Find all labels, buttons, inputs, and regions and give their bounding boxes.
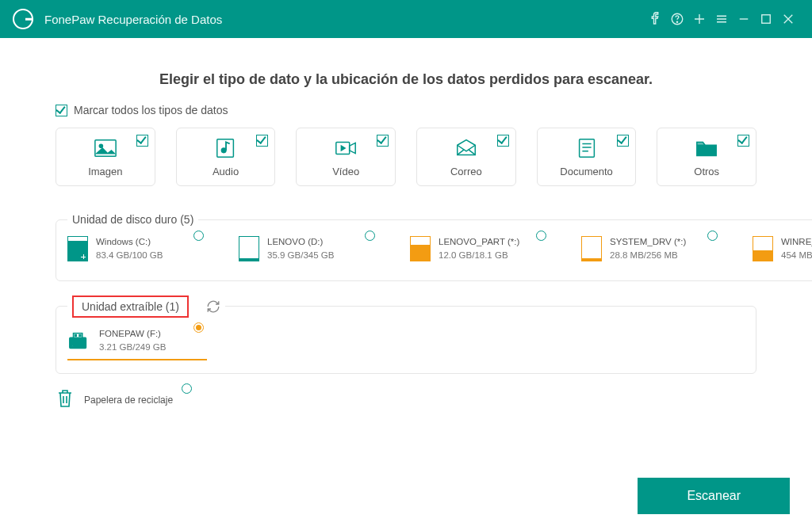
drive-part[interactable]: LENOVO_PART (*:) 12.0 GB/18.1 GB: [410, 235, 550, 268]
svg-rect-12: [79, 334, 81, 336]
type-card-image[interactable]: Imagen: [56, 128, 155, 186]
disk-icon: [753, 236, 773, 261]
titlebar: FonePaw Recuperación de Datos: [0, 0, 812, 38]
type-card-mail[interactable]: Correo: [416, 128, 516, 186]
mail-icon: [454, 137, 478, 162]
recycle-bin-option[interactable]: Papelera de reciclaje: [56, 388, 195, 412]
drive-radio[interactable]: [707, 231, 718, 241]
svg-point-1: [676, 21, 677, 22]
check-all-row[interactable]: Marcar todos los tipos de datos: [56, 104, 806, 116]
drive-name: SYSTEM_DRV (*:): [610, 235, 686, 249]
type-card-video[interactable]: Vídeo: [296, 128, 396, 186]
page-title: Elegir el tipo de dato y la ubicación de…: [6, 71, 806, 88]
drive-radio[interactable]: [193, 231, 204, 241]
type-card-other[interactable]: Otros: [657, 128, 756, 186]
svg-point-13: [72, 345, 74, 346]
facebook-icon[interactable]: [644, 0, 666, 38]
drive-size: 35.9 GB/345 GB: [267, 249, 334, 262]
type-label: Audio: [213, 166, 239, 177]
drive-c[interactable]: Windows (C:) 83.4 GB/100 GB: [67, 235, 207, 268]
type-checkbox[interactable]: [497, 135, 509, 147]
drive-radio[interactable]: [536, 231, 546, 241]
maximize-icon[interactable]: [755, 0, 777, 38]
drive-system[interactable]: SYSTEM_DRV (*:) 28.8 MB/256 MB: [581, 235, 721, 268]
app-title: FonePaw Recuperación de Datos: [44, 13, 222, 26]
scan-button[interactable]: Escanear: [638, 478, 790, 514]
help-icon[interactable]: [666, 0, 688, 38]
close-icon[interactable]: [777, 0, 799, 38]
menu-icon[interactable]: [710, 0, 733, 38]
type-card-doc[interactable]: Documento: [537, 128, 637, 186]
disk-icon: [239, 236, 259, 261]
folder-icon: [695, 137, 718, 162]
type-label: Vídeo: [332, 166, 359, 177]
drive-name: LENOVO_PART (*:): [439, 235, 519, 249]
disk-icon: [67, 236, 88, 261]
removable-legend: Unidad extraíble (1): [72, 296, 189, 318]
svg-rect-2: [762, 15, 771, 24]
svg-rect-11: [75, 334, 76, 336]
recycle-radio[interactable]: [182, 383, 192, 394]
type-checkbox[interactable]: [737, 135, 749, 147]
audio-icon: [214, 137, 238, 162]
type-card-audio[interactable]: Audio: [176, 128, 276, 186]
drive-size: 28.8 MB/256 MB: [610, 249, 686, 262]
drive-size: 83.4 GB/100 GB: [96, 249, 163, 262]
plus-icon[interactable]: [688, 0, 710, 38]
type-grid: Imagen Audio Vídeo Correo: [6, 128, 806, 186]
drive-radio[interactable]: [193, 322, 204, 333]
drive-name: FONEPAW (F:): [99, 327, 166, 341]
type-checkbox[interactable]: [377, 135, 389, 147]
minimize-icon[interactable]: [733, 0, 755, 38]
type-checkbox[interactable]: [136, 135, 148, 147]
recycle-label: Papelera de reciclaje: [84, 395, 173, 406]
type-label: Imagen: [88, 166, 122, 177]
refresh-icon[interactable]: [206, 299, 220, 314]
disk-icon: [410, 236, 431, 261]
drive-name: WINRE_DRV (*:): [781, 235, 812, 249]
drive-name: Windows (C:): [96, 235, 163, 249]
drive-size: 454 MB/999 MB: [781, 249, 812, 262]
drive-usb[interactable]: FONEPAW (F:) 3.21 GB/249 GB: [67, 327, 207, 361]
drive-winre[interactable]: WINRE_DRV (*:) 454 MB/999 MB: [753, 235, 812, 268]
usb-icon: [67, 329, 91, 353]
drive-size: 3.21 GB/249 GB: [99, 341, 166, 354]
type-checkbox[interactable]: [256, 135, 268, 147]
image-icon: [94, 137, 117, 162]
svg-rect-8: [579, 139, 594, 157]
check-all-checkbox[interactable]: [56, 105, 67, 116]
type-label: Documento: [560, 166, 612, 177]
drive-radio[interactable]: [365, 231, 375, 241]
document-icon: [575, 137, 599, 162]
trash-icon: [56, 388, 75, 412]
drive-d[interactable]: LENOVO (D:) 35.9 GB/345 GB: [239, 235, 378, 268]
type-label: Correo: [450, 166, 482, 177]
removable-section: Unidad extraíble (1) FONEPAW (F:) 3.21 G…: [56, 296, 756, 375]
disk-icon: [581, 236, 602, 261]
check-all-label: Marcar todos los tipos de datos: [74, 104, 228, 116]
hdd-section: Unidad de disco duro (5) Windows (C:) 83…: [56, 213, 812, 281]
svg-point-4: [99, 144, 102, 147]
type-label: Otros: [694, 166, 719, 177]
hdd-legend: Unidad de disco duro (5): [67, 213, 198, 226]
video-icon: [334, 137, 358, 162]
drive-size: 12.0 GB/18.1 GB: [439, 249, 519, 262]
drive-name: LENOVO (D:): [267, 235, 334, 249]
type-checkbox[interactable]: [617, 135, 629, 147]
app-logo-icon: [13, 9, 33, 29]
